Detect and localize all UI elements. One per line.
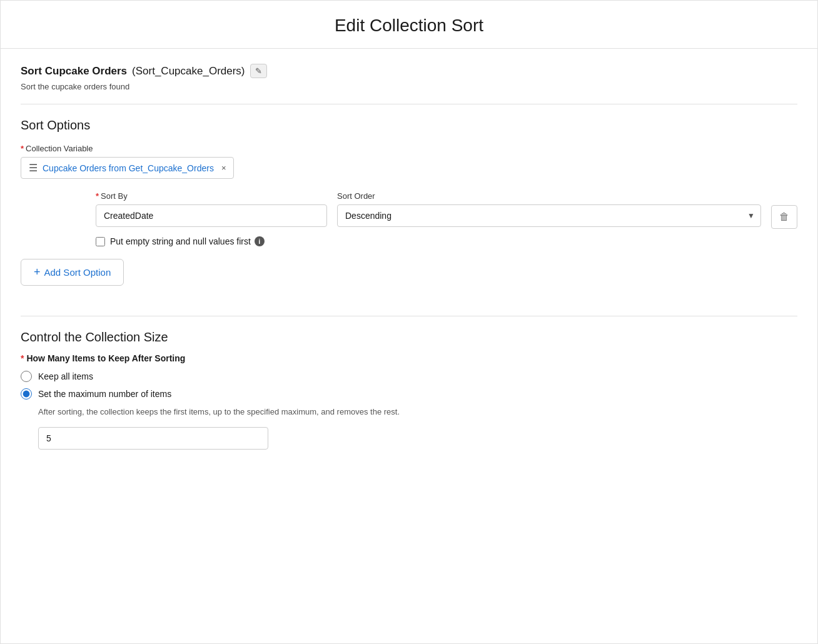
page-title: Edit Collection Sort [13, 16, 805, 36]
empty-string-checkbox[interactable] [96, 237, 105, 246]
collection-name-id: (Sort_Cupcake_Orders) [132, 65, 245, 78]
how-many-label: * How Many Items to Keep After Sorting [21, 353, 797, 363]
collection-name-bold: Sort Cupcake Orders [21, 65, 127, 78]
sort-order-label: Sort Order [337, 191, 761, 201]
control-size-section-title: Control the Collection Size [21, 330, 797, 345]
list-icon: ☰ [29, 162, 38, 174]
sort-order-group: Sort Order Ascending Descending ▼ [337, 191, 761, 227]
required-star-hm: * [21, 353, 24, 363]
collection-variable-label: * Collection Variable [21, 144, 797, 153]
divider-2 [21, 316, 797, 316]
collection-variable-close-icon[interactable]: × [221, 163, 226, 173]
sort-order-select-wrapper: Ascending Descending ▼ [337, 204, 761, 227]
sort-by-label: * Sort By [96, 191, 327, 201]
delete-sort-row-button[interactable]: 🗑 [771, 205, 797, 229]
required-star-sb: * [96, 191, 99, 201]
add-sort-option-label: Add Sort Option [44, 267, 111, 278]
collection-description: Sort the cupcake orders found [21, 82, 797, 91]
sort-row: * Sort By Sort Order Ascending Descendin… [21, 191, 797, 229]
set-max-radio[interactable] [21, 388, 32, 400]
add-sort-option-button[interactable]: + Add Sort Option [21, 259, 124, 286]
sort-by-input[interactable] [96, 204, 327, 227]
collection-variable-value: Cupcake Orders from Get_Cupcake_Orders [43, 163, 214, 173]
sort-by-group: * Sort By [96, 191, 327, 227]
keep-all-label: Keep all items [38, 371, 93, 381]
trash-icon: 🗑 [779, 211, 789, 222]
edit-collection-name-button[interactable]: ✎ [250, 64, 267, 78]
sort-order-select[interactable]: Ascending Descending [337, 204, 761, 227]
empty-string-label: Put empty string and null values first i [110, 236, 265, 246]
info-icon[interactable]: i [255, 236, 265, 246]
set-max-radio-row: Set the maximum number of items [21, 388, 797, 400]
empty-string-row: Put empty string and null values first i [21, 236, 797, 246]
divider-1 [21, 104, 797, 104]
required-star-cv: * [21, 144, 24, 153]
collection-variable-pill[interactable]: ☰ Cupcake Orders from Get_Cupcake_Orders… [21, 157, 234, 179]
helper-text: After sorting, the collection keeps the … [38, 406, 797, 418]
set-max-label: Set the maximum number of items [38, 389, 171, 399]
sort-options-section-title: Sort Options [21, 118, 797, 133]
edit-icon: ✎ [255, 66, 262, 76]
keep-all-radio-row: Keep all items [21, 371, 797, 382]
keep-all-radio[interactable] [21, 371, 32, 382]
max-items-input[interactable] [38, 427, 268, 450]
plus-icon: + [34, 266, 41, 279]
